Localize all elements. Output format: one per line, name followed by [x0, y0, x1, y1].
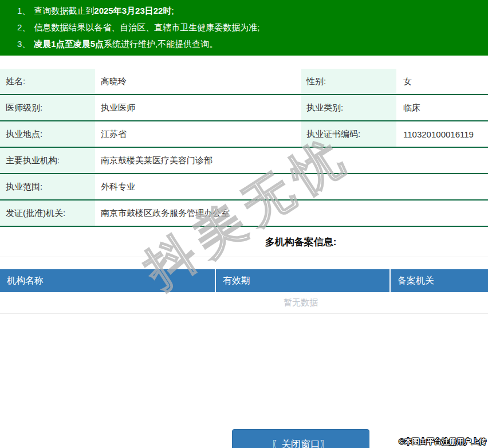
notice-item-3: 3、凌晨1点至凌晨5点系统进行维护,不能提供查询。	[17, 36, 488, 52]
filing-table-header: 机构名称 有效期 备案机关	[0, 269, 488, 292]
main-institution-value: 南京鼓楼美莱医疗美容门诊部	[95, 148, 488, 173]
table-row: 发证(批准)机关: 南京市鼓楼区政务服务管理办公室	[0, 201, 488, 227]
column-header-validity-period: 有效期	[215, 269, 389, 292]
practice-location-label: 执业地点:	[0, 121, 95, 147]
issuing-authority-value: 南京市鼓楼区政务服务管理办公室	[95, 201, 488, 226]
practice-category-value: 临床	[396, 95, 488, 120]
practitioner-info-table: 姓名: 高晓玲 性别: 女 医师级别: 执业医师 执业类别: 临床 执业地点: …	[0, 69, 488, 227]
notice-text-bold: 2025年3月23日22时	[94, 6, 171, 15]
page-content: 1、查询数据截止到2025年3月23日22时; 2、信息数据结果以各省、自治区、…	[0, 0, 488, 314]
table-row: 执业范围: 外科专业	[0, 174, 488, 201]
notice-text: 查询数据截止到	[34, 6, 94, 15]
gender-value: 女	[396, 69, 488, 94]
close-window-button[interactable]: 〖关闭窗口〗	[232, 429, 369, 448]
notice-text: 信息数据结果以各省、自治区、直辖市卫生健康委数据为准;	[34, 22, 259, 32]
query-result-window: 1、查询数据截止到2025年3月23日22时; 2、信息数据结果以各省、自治区、…	[0, 0, 488, 448]
notice-text: ;	[171, 6, 174, 15]
table-row: 医师级别: 执业医师 执业类别: 临床	[0, 95, 488, 121]
certificate-number-value: 110320100016119	[396, 121, 488, 147]
notice-number: 1、	[17, 6, 30, 15]
gender-label: 性别:	[301, 69, 396, 94]
table-row: 姓名: 高晓玲 性别: 女	[0, 69, 488, 95]
column-header-institution-name: 机构名称	[0, 269, 215, 292]
table-row: 主要执业机构: 南京鼓楼美莱医疗美容门诊部	[0, 148, 488, 174]
main-institution-label: 主要执业机构:	[0, 148, 95, 173]
empty-data-text: 暂无数据	[0, 292, 488, 314]
doctor-level-label: 医师级别:	[0, 95, 95, 120]
practice-category-label: 执业类别:	[301, 95, 396, 120]
practice-scope-value: 外科专业	[95, 174, 488, 199]
notice-number: 3、	[17, 39, 30, 49]
notice-number: 2、	[17, 22, 30, 32]
notice-text: 系统进行维护,不能提供查询。	[104, 39, 218, 49]
column-header-filing-authority: 备案机关	[389, 269, 488, 292]
certificate-number-label: 执业证书编码:	[301, 121, 396, 147]
filing-section-title: 多机构备案信息:	[0, 235, 488, 249]
notice-banner: 1、查询数据截止到2025年3月23日22时; 2、信息数据结果以各省、自治区、…	[0, 0, 488, 56]
practice-location-value: 江苏省	[95, 121, 301, 147]
copyright-note: ©本图由平台注册用户上传	[399, 437, 486, 447]
name-value: 高晓玲	[95, 69, 301, 94]
doctor-level-value: 执业医师	[95, 95, 301, 120]
divider	[0, 257, 488, 257]
table-row: 执业地点: 江苏省 执业证书编码: 110320100016119	[0, 121, 488, 148]
issuing-authority-label: 发证(批准)机关:	[0, 201, 95, 226]
notice-item-1: 1、查询数据截止到2025年3月23日22时;	[17, 2, 488, 19]
notice-item-2: 2、信息数据结果以各省、自治区、直辖市卫生健康委数据为准;	[17, 19, 488, 36]
name-label: 姓名:	[0, 69, 95, 94]
practice-scope-label: 执业范围:	[0, 174, 95, 199]
notice-text-bold: 凌晨1点至凌晨5点	[34, 39, 104, 49]
